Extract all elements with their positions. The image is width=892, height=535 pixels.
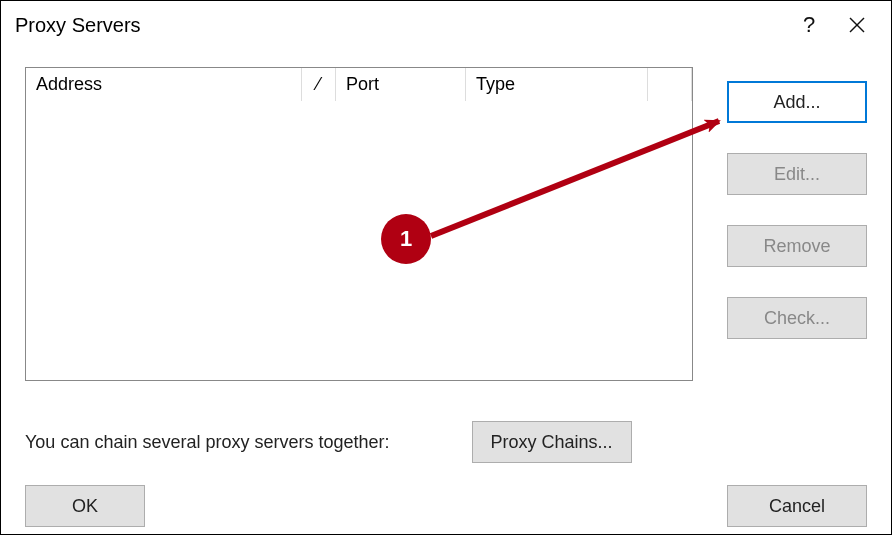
column-address[interactable]: Address (26, 68, 302, 101)
column-sort-indicator[interactable]: ⁄ (302, 68, 336, 101)
side-button-column: Add... Edit... Remove Check... (727, 67, 867, 381)
window-title: Proxy Servers (15, 14, 785, 37)
add-button[interactable]: Add... (727, 81, 867, 123)
client-area: Address ⁄ Port Type Add... Edit... Remov… (1, 49, 891, 534)
column-port[interactable]: Port (336, 68, 466, 101)
column-spacer (648, 68, 692, 101)
proxy-list-header: Address ⁄ Port Type (26, 68, 692, 102)
check-button[interactable]: Check... (727, 297, 867, 339)
proxy-chains-button[interactable]: Proxy Chains... (472, 421, 632, 463)
titlebar: Proxy Servers ? (1, 1, 891, 49)
remove-button[interactable]: Remove (727, 225, 867, 267)
column-type[interactable]: Type (466, 68, 648, 101)
sort-asc-icon: ⁄ (317, 75, 320, 93)
close-button[interactable] (833, 5, 881, 45)
edit-button[interactable]: Edit... (727, 153, 867, 195)
cancel-button[interactable]: Cancel (727, 485, 867, 527)
ok-button[interactable]: OK (25, 485, 145, 527)
proxy-list[interactable]: Address ⁄ Port Type (25, 67, 693, 381)
chain-hint: You can chain several proxy servers toge… (25, 432, 390, 453)
proxy-servers-dialog: Proxy Servers ? Address ⁄ Port Type (0, 0, 892, 535)
help-button[interactable]: ? (785, 5, 833, 45)
close-icon (849, 17, 865, 33)
